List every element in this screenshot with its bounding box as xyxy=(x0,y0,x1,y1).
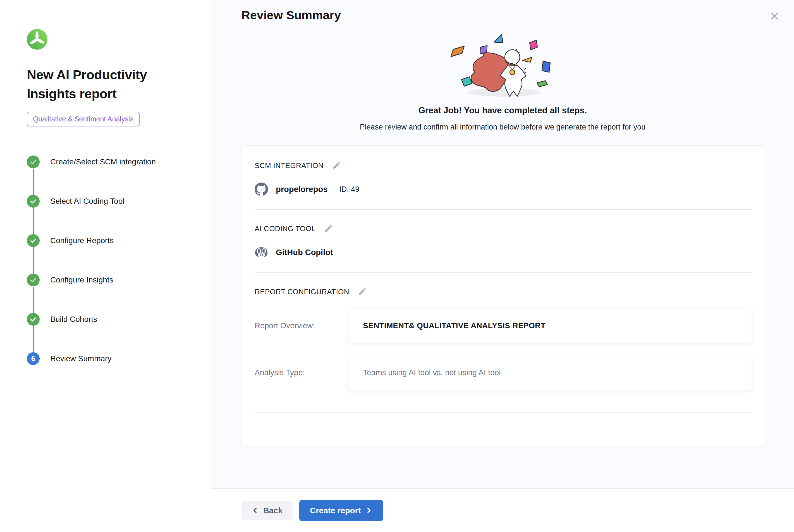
step-number-badge: 6 xyxy=(27,352,40,365)
analysis-type-value: Teams using AI tool vs. not using AI too… xyxy=(348,355,752,390)
check-circle-icon xyxy=(27,234,40,247)
analysis-type-badge: Qualitative & Sentiment Analysis xyxy=(27,112,139,127)
check-circle-icon xyxy=(27,195,40,208)
github-copilot-icon xyxy=(254,246,268,259)
step-label: Configure Reports xyxy=(50,234,114,247)
page-title: Review Summary xyxy=(211,0,794,22)
step-label: Create/Select SCM integration xyxy=(50,155,156,168)
celebration-illustration xyxy=(439,27,567,101)
congrats-title: Great Job! You have completed all steps. xyxy=(211,106,794,116)
scm-integration-name: propelorepos xyxy=(276,185,327,194)
chevron-right-icon xyxy=(365,507,373,514)
divider xyxy=(254,412,752,413)
wizard-steps: Create/Select SCM integration Select AI … xyxy=(27,155,194,365)
scm-section-heading: SCM INTEGRATION xyxy=(254,162,324,170)
step-build-cohorts[interactable]: Build Cohorts xyxy=(27,313,194,352)
step-label: Configure Insights xyxy=(50,273,113,286)
check-circle-icon xyxy=(27,313,40,326)
chevron-left-icon xyxy=(251,507,259,514)
wizard-sidebar: New AI Productivity Insights report Qual… xyxy=(0,0,211,532)
analysis-type-label: Analysis Type: xyxy=(254,368,348,377)
create-report-button[interactable]: Create report xyxy=(299,500,383,521)
check-circle-icon xyxy=(27,273,40,286)
step-label: Select AI Coding Tool xyxy=(50,195,125,208)
edit-pencil-icon[interactable] xyxy=(358,287,367,297)
ai-tool-section-heading: AI CODING TOOL xyxy=(254,224,316,233)
ai-coding-tool-section: AI CODING TOOL xyxy=(254,224,752,273)
app-window: New AI Productivity Insights report Qual… xyxy=(0,0,794,532)
report-overview-row: Report Overview: SENTIMENT& QUALITATIVE … xyxy=(254,308,752,343)
propelo-logo-icon xyxy=(27,29,48,50)
report-config-section-heading: REPORT CONFIGURATION xyxy=(254,287,349,296)
divider xyxy=(254,209,752,210)
scm-integration-section: SCM INTEGRATION propelorepos ID: 49 xyxy=(254,161,752,210)
report-configuration-section: REPORT CONFIGURATION Report Overview: SE… xyxy=(254,287,752,413)
step-review-summary[interactable]: 6 Review Summary xyxy=(27,352,194,365)
summary-card: SCM INTEGRATION propelorepos ID: 49 xyxy=(242,146,765,446)
analysis-type-row: Analysis Type: Teams using AI tool vs. n… xyxy=(254,355,752,390)
edit-pencil-icon[interactable] xyxy=(324,224,333,233)
step-select-ai-tool[interactable]: Select AI Coding Tool xyxy=(27,195,194,234)
step-configure-insights[interactable]: Configure Insights xyxy=(27,273,194,313)
edit-pencil-icon[interactable] xyxy=(332,161,341,170)
review-summary-content: Review Summary xyxy=(211,0,794,489)
back-button[interactable]: Back xyxy=(242,501,292,520)
step-create-select-scm[interactable]: Create/Select SCM integration xyxy=(27,155,194,195)
scm-integration-id: ID: 49 xyxy=(339,185,359,194)
congrats-subtitle: Please review and confirm all informatio… xyxy=(211,123,794,131)
close-icon[interactable] xyxy=(768,10,781,22)
divider xyxy=(254,272,752,273)
report-overview-label: Report Overview: xyxy=(254,321,348,330)
review-summary-panel: Review Summary xyxy=(211,0,794,532)
wizard-footer: Back Create report xyxy=(211,489,794,532)
report-overview-value: SENTIMENT& QUALITATIVE ANALYSIS REPORT xyxy=(348,308,752,343)
step-label: Review Summary xyxy=(50,352,111,365)
wizard-title: New AI Productivity Insights report xyxy=(27,65,172,103)
ai-tool-name: GitHub Copilot xyxy=(276,248,333,257)
step-configure-reports[interactable]: Configure Reports xyxy=(27,234,194,273)
check-circle-icon xyxy=(27,155,40,168)
github-icon xyxy=(254,183,268,196)
step-label: Build Cohorts xyxy=(50,313,97,326)
